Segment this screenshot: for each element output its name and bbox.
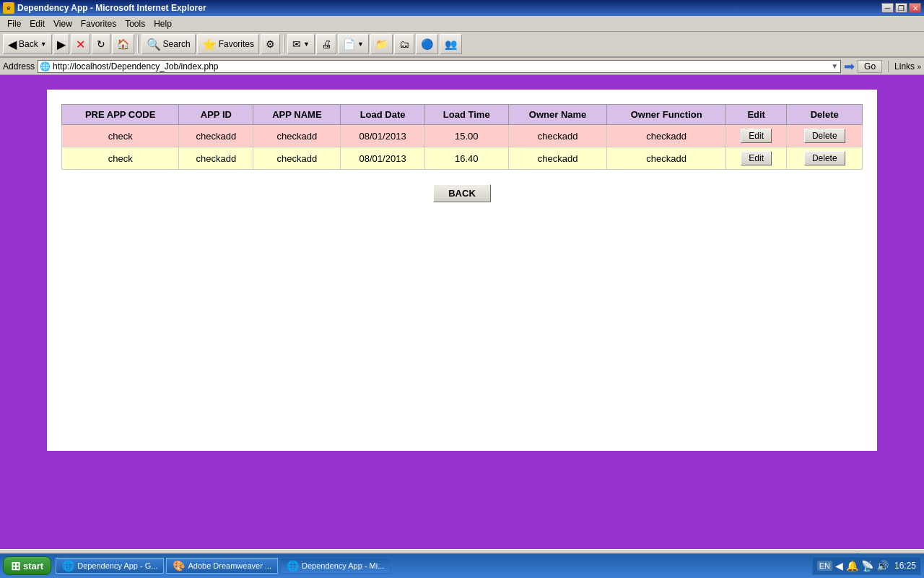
minimize-button[interactable]: ─: [881, 3, 894, 13]
tray-icon-2: 📡: [861, 560, 873, 571]
address-label: Address: [3, 61, 35, 72]
search-icon: 🔍: [147, 38, 161, 51]
table-cell: 08/01/2013: [341, 147, 424, 170]
bluetooth-button[interactable]: 🔵: [416, 34, 438, 54]
delete-button-0[interactable]: Delete: [804, 129, 845, 143]
menu-help[interactable]: Help: [149, 17, 176, 30]
table-cell: 16.40: [424, 147, 508, 170]
header-owner-name: Owner Name: [508, 105, 607, 125]
menu-file[interactable]: File: [3, 17, 25, 30]
browser-content: PRE APP CODE APP ID APP NAME Load Date L…: [0, 75, 924, 549]
search-button[interactable]: 🔍 Search: [141, 34, 196, 54]
tools-toolbar-button[interactable]: ⚙: [261, 34, 280, 54]
forward-icon: ▶: [57, 38, 66, 51]
back-btn-wrap: BACK: [61, 184, 863, 202]
tray-icon-3: 🔊: [876, 560, 889, 571]
back-page-button[interactable]: BACK: [433, 184, 491, 202]
taskbar-icon-2: 🌐: [287, 560, 299, 571]
table-cell: 15.00: [424, 125, 508, 147]
go-right-arrow-icon[interactable]: ➡: [844, 59, 855, 74]
page-button[interactable]: 📄 ▼: [338, 34, 369, 54]
address-dropdown-icon[interactable]: ▼: [831, 62, 838, 70]
table-row: checkcheckaddcheckadd08/01/201315.00chec…: [62, 125, 863, 147]
edit-cell: Edit: [725, 147, 787, 170]
edit-cell: Edit: [725, 125, 787, 147]
taskbar: ⊞ start 🌐 Dependency App - G... 🎨 Adobe …: [0, 553, 924, 578]
favorites-button[interactable]: ⭐ Favorites: [197, 34, 259, 54]
taskbar-item-2[interactable]: 🌐 Dependency App - Mi...: [280, 558, 391, 574]
taskbar-item-1[interactable]: 🎨 Adobe Dreamweaver ...: [166, 558, 278, 574]
table-cell: checkadd: [253, 125, 341, 147]
folder-button[interactable]: 📁: [370, 34, 393, 54]
header-edit: Edit: [725, 105, 787, 125]
forward-button[interactable]: ▶: [53, 34, 69, 54]
table-header-row: PRE APP CODE APP ID APP NAME Load Date L…: [62, 105, 863, 125]
table-cell: checkadd: [607, 147, 725, 170]
taskbar-item-label-0: Dependency App - G...: [77, 561, 157, 570]
taskbar-icon-1: 🎨: [173, 560, 185, 571]
table-cell: 08/01/2013: [341, 125, 424, 147]
header-pre-app-code: PRE APP CODE: [62, 105, 179, 125]
toolbar: ◀ Back ▼ ▶ ✕ ↻ 🏠 🔍 Search ⭐ Favorites ⚙ …: [0, 32, 924, 58]
menu-edit[interactable]: Edit: [25, 17, 49, 30]
header-load-time: Load Time: [424, 105, 508, 125]
table-cell: checkadd: [508, 125, 607, 147]
links-button[interactable]: Links »: [894, 61, 921, 72]
menu-tools[interactable]: Tools: [121, 17, 149, 30]
home-button[interactable]: 🏠: [112, 34, 134, 54]
restore-button[interactable]: ❐: [895, 3, 907, 13]
back-icon: ◀: [8, 38, 17, 51]
search-label: Search: [163, 39, 191, 49]
stop-button[interactable]: ✕: [71, 34, 90, 54]
edit-button-1[interactable]: Edit: [741, 151, 772, 165]
tray-time: 16:25: [894, 561, 916, 571]
delete-cell: Delete: [787, 125, 863, 147]
address-input[interactable]: [53, 61, 830, 72]
tools-icon: ⚙: [266, 38, 275, 50]
back-button[interactable]: ◀ Back ▼: [3, 34, 52, 54]
windows-icon: ⊞: [11, 559, 20, 573]
taskbar-items: 🌐 Dependency App - G... 🎨 Adobe Dreamwea…: [53, 558, 811, 574]
mail-button[interactable]: ✉ ▼: [287, 34, 315, 54]
table-cell: check: [62, 147, 179, 170]
refresh-button[interactable]: ↻: [92, 34, 110, 54]
edit-button-0[interactable]: Edit: [741, 129, 772, 143]
links-dropdown-icon: »: [917, 63, 921, 71]
address-sep: [888, 61, 889, 72]
print-icon: 🖨: [321, 38, 331, 50]
delete-cell: Delete: [787, 147, 863, 170]
print-button[interactable]: 🖨: [316, 34, 336, 54]
back-dropdown-icon: ▼: [40, 40, 47, 48]
page-content: PRE APP CODE APP ID APP NAME Load Date L…: [47, 90, 877, 451]
people-icon: 👥: [445, 38, 457, 50]
menu-view[interactable]: View: [49, 17, 77, 30]
toolbar-sep-2: [283, 35, 284, 53]
links-label: Links: [894, 61, 915, 72]
stop-icon: ✕: [76, 38, 85, 51]
window-title: Dependency App - Microsoft Internet Expl…: [17, 3, 206, 13]
people-button[interactable]: 👥: [440, 34, 462, 54]
header-app-name: APP NAME: [253, 105, 341, 125]
header-delete: Delete: [787, 105, 863, 125]
menu-favorites[interactable]: Favorites: [77, 17, 121, 30]
go-button[interactable]: Go: [858, 60, 882, 73]
favorites-icon: ⭐: [202, 38, 217, 51]
taskbar-item-label-2: Dependency App - Mi...: [302, 561, 384, 570]
title-bar-buttons: ─ ❐ ✕: [881, 3, 921, 13]
page-dropdown: ▼: [357, 40, 364, 48]
header-load-date: Load Date: [341, 105, 424, 125]
sys-tray: EN ◀ 🔔 📡 🔊 16:25: [812, 556, 921, 575]
history-button[interactable]: 🗂: [394, 34, 414, 54]
table-cell: checkadd: [508, 147, 607, 170]
folder-icon: 📁: [375, 38, 388, 50]
delete-button-1[interactable]: Delete: [804, 151, 845, 165]
back-label: Back: [19, 39, 38, 49]
close-button[interactable]: ✕: [909, 3, 921, 13]
refresh-icon: ↻: [97, 38, 105, 50]
table-row: checkcheckaddcheckadd08/01/201316.40chec…: [62, 147, 863, 170]
taskbar-item-0[interactable]: 🌐 Dependency App - G...: [56, 558, 164, 574]
start-button[interactable]: ⊞ start: [3, 556, 51, 575]
history-icon: 🗂: [399, 38, 409, 50]
address-input-wrap[interactable]: 🌐 ▼: [38, 60, 841, 73]
header-owner-function: Owner Function: [607, 105, 725, 125]
